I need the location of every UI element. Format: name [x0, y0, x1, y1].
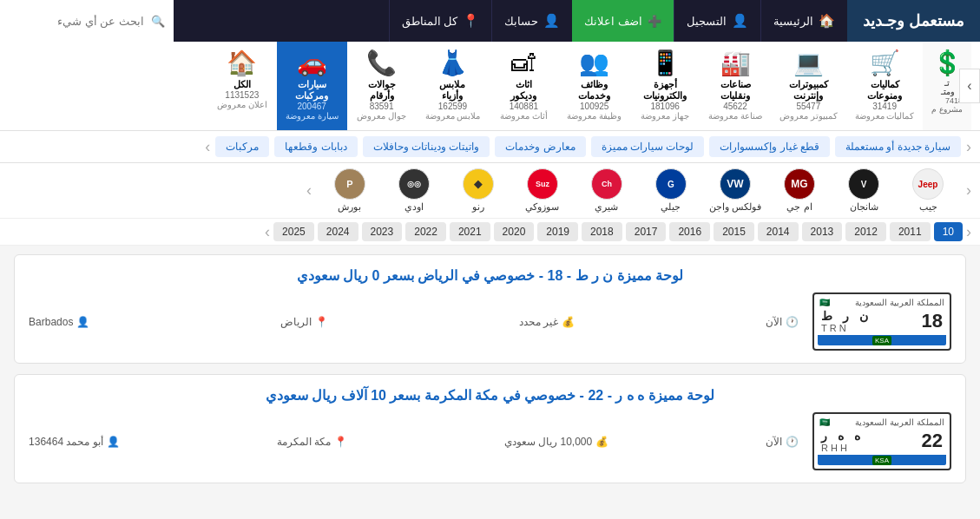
brand-name-jeep: جيب — [919, 201, 937, 213]
cat-item-mobiles[interactable]: 📞 جوالاتوأرقام 83591 جوال معروض — [347, 42, 417, 130]
year-item-2016[interactable]: 2016 — [669, 222, 710, 241]
sub-nav-buses[interactable]: واتيتات وديناتات وحافلات — [363, 136, 490, 157]
nav-account-label: حسابك — [504, 15, 538, 28]
nav-register-label: التسجيل — [687, 15, 727, 28]
cat-item-furniture[interactable]: 🛋 اثاثوديكور 140881 أثاث معروضة — [489, 42, 558, 130]
categories-arrow-right[interactable]: › — [959, 69, 980, 103]
cat-item-devices[interactable]: 📱 أجهزةوالكترونيات 181096 جهاز معروضة — [630, 42, 700, 130]
sub-nav-plates[interactable]: لوحات سيارات مميزة — [591, 136, 705, 157]
listing-title-2[interactable]: لوحة مميزة ه ه ر - 22 - خصوصي في مكة الم… — [29, 387, 951, 404]
search-input[interactable] — [9, 15, 144, 28]
cat-item-cars[interactable]: 🚗 سياراتومركبات 200467 سيارة معروضة — [277, 42, 347, 130]
cat-item-clothing[interactable]: 👗 ملابسوأزياء 162599 ملابس معروضة — [417, 42, 490, 130]
year-item-2011[interactable]: 2011 — [890, 222, 931, 241]
cat-item-jobs[interactable]: 👥 وظائفوخدمات 100925 وظيفة معروضة — [558, 42, 630, 130]
listing-price-text-2: 10,000 ريال سعودي — [504, 436, 592, 448]
add-listing-button[interactable]: ➕ اضف اعلانك — [572, 0, 674, 42]
brand-item-chery[interactable]: Ch شيري — [581, 168, 633, 213]
brand-item-audi[interactable]: ◎◎ اودي — [388, 168, 440, 213]
nav-account[interactable]: 👤 حسابك — [491, 0, 572, 42]
listing-card-1: لوحة مميزة ن ر ط - 18 - خصوصي في الرياض … — [14, 254, 966, 364]
plate-country-top-2: المملكة العربية السعودية — [855, 417, 944, 427]
cat-icon-devices: 📱 — [650, 49, 681, 77]
nav-regions[interactable]: 📍 كل المناطق — [389, 0, 492, 42]
year-item-2015[interactable]: 2015 — [714, 222, 754, 241]
year-item-10[interactable]: 10 — [934, 222, 963, 241]
nav-register[interactable]: 👤 التسجيل — [674, 0, 760, 42]
year-item-2017[interactable]: 2017 — [626, 222, 667, 241]
cat-icon-jobs: 👥 — [579, 49, 609, 77]
year-arrow-left[interactable]: ‹ — [966, 223, 971, 241]
listing-seller-1: 👤 Barbados — [29, 316, 89, 328]
cat-count-industries: 45622 — [723, 102, 747, 111]
sub-nav-arrow-right[interactable]: › — [205, 136, 210, 157]
cat-icon-all: 🏠 — [227, 49, 257, 77]
sub-nav: ‹ سيارة جديدة أو مستعملة قطع غيار وإكسسو… — [0, 131, 980, 163]
cat-icon-computers: 💻 — [793, 49, 824, 77]
plate-letters-en-2: RHH — [821, 443, 850, 453]
brand-logo-jeep: Jeep — [912, 168, 944, 200]
listing-title-1[interactable]: لوحة مميزة ن ر ط - 18 - خصوصي في الرياض … — [29, 267, 951, 284]
sub-nav-exhibitions[interactable]: معارض وخدمات — [495, 136, 585, 157]
brand-arrow-right[interactable]: › — [306, 181, 312, 200]
brand-name-mg: ام جي — [786, 201, 812, 213]
brand-item-renault[interactable]: ◆ رنو — [452, 168, 504, 213]
search-bar: 🔍 — [0, 0, 174, 42]
listing-location-text-2: مكة المكرمة — [277, 436, 331, 448]
plate-flag-2: 🇸🇦 — [819, 417, 830, 427]
brand-logo-suzuki: Suz — [527, 168, 558, 200]
year-item-2020[interactable]: 2020 — [494, 222, 535, 241]
year-item-2012[interactable]: 2012 — [845, 222, 886, 241]
seller-icon-2: 👤 — [107, 436, 120, 448]
brand-item-jeep[interactable]: Jeep جيب — [902, 168, 954, 213]
cat-label-devices: جهاز معروضة — [641, 111, 689, 121]
year-item-2023[interactable]: 2023 — [362, 222, 403, 241]
nav-home[interactable]: 🏠 الرئيسية — [760, 0, 847, 42]
sub-nav-vehicles[interactable]: مركبات — [215, 136, 269, 157]
location-icon-2: 📍 — [334, 436, 347, 448]
brand-item-geely[interactable]: G جيلي — [645, 168, 697, 213]
listing-time-2: 🕐 الآن — [766, 436, 799, 448]
cat-name-industries: صناعاتونقليات — [720, 79, 751, 102]
cat-count-side: 7418مشروع م — [931, 96, 963, 114]
year-item-2014[interactable]: 2014 — [758, 222, 799, 241]
cat-name-side: تـومتـ — [941, 79, 954, 96]
sub-nav-motorcycles[interactable]: دبابات وقطعها — [274, 136, 357, 157]
plate-letters-en-1: TRN — [821, 323, 849, 333]
plate-2: المملكة العربية السعودية 🇸🇦 22 ه ه ر RHH… — [812, 412, 951, 470]
brand-logo-chery: Ch — [591, 168, 622, 200]
year-item-2021[interactable]: 2021 — [450, 222, 490, 241]
year-item-2018[interactable]: 2018 — [582, 222, 622, 241]
year-arrow-right[interactable]: › — [265, 223, 270, 241]
brand-logo-changan: V — [848, 168, 879, 200]
sub-nav-arrow-left[interactable]: ‹ — [966, 136, 971, 157]
brand-logo-audi: ◎◎ — [398, 168, 430, 200]
brand-arrow-left[interactable]: ‹ — [966, 181, 971, 200]
year-item-2024[interactable]: 2024 — [318, 222, 358, 241]
cat-item-accessories[interactable]: 🛒 كمالياتومنوعات 31419 كماليات معروضة — [846, 42, 924, 130]
brand-item-suzuki[interactable]: Suz سوزوكي — [516, 168, 569, 213]
cat-count-jobs: 100925 — [580, 102, 608, 111]
cat-name-furniture: اثاثوديكور — [510, 79, 536, 102]
brand-item-mg[interactable]: MG ام جي — [773, 168, 825, 213]
site-logo[interactable]: مستعمل وجـديد — [847, 0, 980, 42]
sub-nav-spare-parts[interactable]: قطع غيار وإكسسوارات — [709, 136, 830, 157]
cat-icon-clothing: 👗 — [437, 49, 468, 77]
category-bar: 💲 تـومتـ 7418مشروع م 🛒 كمالياتومنوعات 31… — [0, 42, 980, 131]
cat-item-all[interactable]: 🏠 الكل 1131523 اعلان معروض — [207, 42, 277, 130]
cat-item-industries[interactable]: 🏭 صناعاتونقليات 45622 صناعة معروضة — [700, 42, 771, 130]
year-item-2013[interactable]: 2013 — [802, 222, 843, 241]
clock-icon-2: 🕐 — [786, 436, 799, 448]
add-listing-label: اضف اعلانك — [584, 15, 642, 28]
cat-label-mobiles: جوال معروض — [357, 111, 406, 121]
brand-item-changan[interactable]: V شانجان — [838, 168, 890, 213]
year-item-2025[interactable]: 2025 — [273, 222, 314, 241]
year-item-2022[interactable]: 2022 — [405, 222, 446, 241]
brand-item-vw[interactable]: VW فولكس واجن — [709, 168, 761, 213]
cat-item-computers[interactable]: 💻 كمبيوتراتوإنترنت 55477 كمبيوتر معروض — [771, 42, 846, 130]
year-item-2019[interactable]: 2019 — [537, 222, 578, 241]
sub-nav-used-new[interactable]: سيارة جديدة أو مستعملة — [835, 136, 961, 157]
location-icon-1: 📍 — [315, 316, 328, 328]
brand-item-porsche[interactable]: P بورش — [324, 168, 376, 213]
listing-content-2: المملكة العربية السعودية 🇸🇦 22 ه ه ر RHH… — [29, 412, 951, 470]
